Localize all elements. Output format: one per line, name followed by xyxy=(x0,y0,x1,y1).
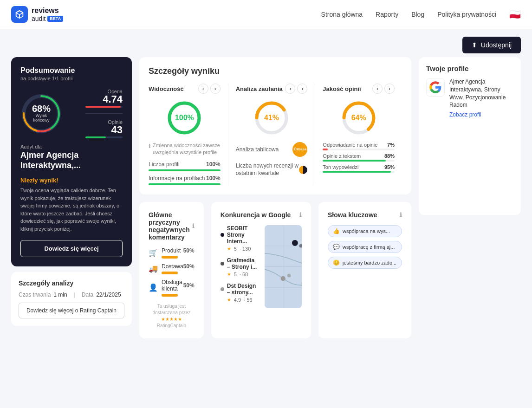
zaufanie-prev[interactable]: ‹ xyxy=(285,84,295,94)
obsluga-icon: 👤 xyxy=(149,283,158,292)
dostawa-icon: 🚚 xyxy=(149,264,158,273)
audit-for-label: Audyt dla xyxy=(20,144,123,149)
zaufanie-col: Analiza zaufania ‹ › 41% xyxy=(228,84,316,185)
keyword-icon-0: 👍 xyxy=(333,228,340,234)
konkurencja-content: SEOBIT Strony Intern... ★ 5 · 130 xyxy=(221,225,302,308)
ocena-value: 4.74 xyxy=(85,94,123,104)
widocznosc-donut: 100% xyxy=(166,99,203,136)
main-score-pct: 68% xyxy=(31,104,52,113)
analysis-details-card: Szczegóły analizy Czas trwania 1 min | D… xyxy=(11,272,132,326)
liczba-profili: Liczba profili 100% xyxy=(149,161,221,171)
widocznosc-nav: ‹ › xyxy=(198,84,221,94)
logo-audit: audit BETA xyxy=(32,15,63,23)
zaufanie-donut: 41% xyxy=(253,99,290,136)
score-area: 68% Wynik końcowy Ocena 4.74 Opinie 43 xyxy=(20,89,123,138)
analysis-details-title: Szczegóły analizy xyxy=(19,279,124,287)
przyczyny-item-0: 🛒 Produkt 50% xyxy=(149,247,195,259)
keyword-2: 😊 jesteśmy bardzo zado... xyxy=(328,257,402,269)
analiza-tablicowa: Analiza tablicowa CKlasa xyxy=(236,142,308,157)
slowa-title: Słowa kluczowe ℹ xyxy=(328,211,402,219)
konkurencja-title: Konkurencja w Google ℹ xyxy=(221,211,302,219)
jakosc-prev[interactable]: ‹ xyxy=(372,84,383,94)
language-flag[interactable]: 🇵🇱 xyxy=(509,9,521,20)
svg-point-17 xyxy=(292,240,298,246)
konkurencja-list: SEOBIT Strony Intern... ★ 5 · 130 xyxy=(221,225,258,308)
profile-avatar xyxy=(426,78,445,97)
liczba-nowych: Liczba nowych recenzji w ostatnim kwarta… xyxy=(236,162,308,177)
nav-home[interactable]: Strona główna xyxy=(321,11,363,18)
zaufanie-nav: ‹ › xyxy=(285,84,307,94)
przyczyny-item-1: 🚚 Dostawa 50% xyxy=(149,263,195,274)
main-donut: 68% Wynik końcowy xyxy=(20,93,62,135)
wynik-title: Szczegóły wyniku xyxy=(149,66,402,76)
zaufanie-title: Analiza zaufania ‹ › xyxy=(236,84,308,94)
nav-reports[interactable]: Raporty xyxy=(376,11,398,18)
jakosc-donut: 64% xyxy=(340,99,377,136)
logo-icon xyxy=(11,6,28,23)
zaufanie-next[interactable]: › xyxy=(297,84,307,94)
konkurencja-map: Ocena Opinie xyxy=(265,225,302,308)
keyword-1: 💬 współpracę z firmą aj... xyxy=(328,241,402,253)
przyczyny-title: Główne przyczyny negatywnych komentarzy … xyxy=(149,211,195,241)
company-name: Ajmer Agencja Interaktywna,... xyxy=(20,150,123,170)
right-panel: Twoje profile Ajmer Agencja Interaktywna… xyxy=(419,57,521,338)
score-details: Ocena 4.74 Opinie 43 xyxy=(85,89,123,138)
jakosc-col: Jakość opinii ‹ › 64% xyxy=(315,84,402,185)
profiles-card: Twoje profile Ajmer Agencja Interaktywna… xyxy=(419,57,521,215)
nav-blog[interactable]: Blog xyxy=(411,11,424,18)
ocena-item: Ocena 4.74 xyxy=(85,89,123,108)
przyczyny-info-icon[interactable]: ℹ xyxy=(192,223,195,229)
svg-point-23 xyxy=(287,274,291,278)
toggle-icon[interactable] xyxy=(299,166,308,174)
wynik-card: Szczegóły wyniku Widoczność ‹ › xyxy=(139,57,411,194)
kc-item-2: Dst Design – strony... ★ 4.9 · 56 xyxy=(221,283,258,303)
przyczyny-list: 🛒 Produkt 50% 🚚 D xyxy=(149,247,195,297)
bottom-row: Główne przyczyny negatywnych komentarzy … xyxy=(139,202,411,338)
widocznosc-next[interactable]: › xyxy=(210,84,221,94)
summary-title: Podsumowanie xyxy=(20,66,123,75)
main-content: Podsumowanie na podstawie 1/1 profili 68… xyxy=(0,57,532,350)
opinie-tekst-metric: Opinie z tekstem 88% xyxy=(323,153,395,162)
keyword-icon-2: 😊 xyxy=(333,259,340,266)
widocznosc-prev[interactable]: ‹ xyxy=(198,84,208,94)
rating-captain-button[interactable]: Dowiedz się więcej o Rating Captain xyxy=(19,303,124,318)
keyword-0: 👍 współpraca na wys... xyxy=(328,225,402,237)
informacje-profili: Informacje na profilach 100% xyxy=(149,175,221,185)
learn-more-button[interactable]: Dowiedz się więcej xyxy=(20,240,123,257)
jakosc-next[interactable]: › xyxy=(384,84,395,94)
produkt-icon: 🛒 xyxy=(149,248,158,257)
slowa-info-icon[interactable]: ℹ xyxy=(400,212,402,218)
keywords-list: 👍 współpraca na wys... 💬 współpracę z fi… xyxy=(328,225,402,269)
beta-badge: BETA xyxy=(47,16,63,22)
odpowiadanie-metric: Odpowiadanie na opinie 7% xyxy=(323,142,395,150)
ton-metric: Ton wypowiedzi 95% xyxy=(323,164,395,173)
summary-subtitle: na podstawie 1/1 profili xyxy=(20,76,123,81)
logo-reviews: reviews xyxy=(32,6,63,15)
czas-row: Czas trwania 1 min | Data 22/1/2025 xyxy=(19,291,124,298)
keyword-icon-1: 💬 xyxy=(333,244,340,250)
center-panel: Szczegóły wyniku Widoczność ‹ › xyxy=(139,57,411,338)
jakosc-title: Jakość opinii ‹ › xyxy=(323,84,395,94)
konkurencja-card: Konkurencja w Google ℹ SEOBIT Strony Int… xyxy=(211,202,311,338)
konkurencja-info-icon[interactable]: ℹ xyxy=(299,212,302,218)
przyczyny-item-2: 👤 Obsługa klienta 50% xyxy=(149,279,195,297)
widocznosc-title: Widoczność ‹ › xyxy=(149,84,221,94)
result-label: Niezły wynik! xyxy=(20,177,123,184)
top-bar: ⬆ Udostępnij xyxy=(0,29,532,57)
widocznosc-col: Widoczność ‹ › 100% xyxy=(149,84,228,185)
audit-for: Audyt dla Ajmer Agencja Interaktywna,... xyxy=(20,144,123,170)
kc-item-0: SEOBIT Strony Intern... ★ 5 · 130 xyxy=(221,225,258,252)
svg-point-22 xyxy=(281,276,285,281)
logo: reviews audit BETA xyxy=(11,6,63,23)
profile-info: Ajmer Agencja Interaktywna, Strony Www, … xyxy=(449,78,513,119)
kc-item-1: Grafmedia – Strony i... ★ 5 · 68 xyxy=(221,257,258,277)
profile-link[interactable]: Zobacz profil xyxy=(449,111,513,119)
nav-privacy[interactable]: Polityka prywatności xyxy=(437,11,496,18)
left-panel: Podsumowanie na podstawie 1/1 profili 68… xyxy=(11,57,132,338)
summary-card: Podsumowanie na podstawie 1/1 profili 68… xyxy=(11,57,132,266)
header: reviews audit BETA Strona główna Raporty… xyxy=(0,0,532,29)
logo-text: reviews audit BETA xyxy=(32,6,63,23)
profiles-title: Twoje profile xyxy=(426,65,513,72)
share-button[interactable]: ⬆ Udostępnij xyxy=(462,37,521,53)
profile-item-0: Ajmer Agencja Interaktywna, Strony Www, … xyxy=(426,78,513,119)
